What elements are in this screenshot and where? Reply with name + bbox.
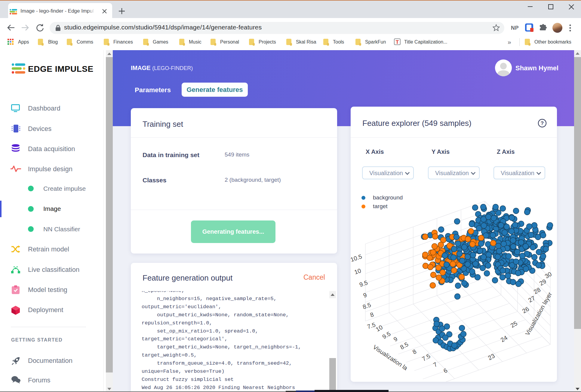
svg-text:29: 29 (538, 278, 547, 287)
svg-text:10: 10 (353, 267, 362, 276)
svg-text:10: 10 (375, 324, 384, 333)
svg-text:7: 7 (432, 361, 438, 369)
svg-text:26: 26 (521, 305, 530, 315)
svg-text:30: 30 (544, 271, 553, 280)
svg-text:8: 8 (411, 348, 418, 356)
svg-text:6: 6 (442, 367, 449, 375)
svg-text:9.5: 9.5 (381, 330, 392, 340)
svg-text:9: 9 (392, 336, 399, 343)
svg-text:8: 8 (369, 311, 374, 318)
svg-text:27: 27 (527, 295, 536, 304)
svg-text:9.5: 9.5 (358, 279, 368, 288)
svg-text:25: 25 (509, 320, 518, 329)
svg-text:24: 24 (500, 334, 509, 343)
svg-text:9: 9 (362, 292, 367, 299)
svg-text:8.5: 8.5 (362, 302, 372, 311)
svg-text:10.5: 10.5 (351, 253, 363, 263)
